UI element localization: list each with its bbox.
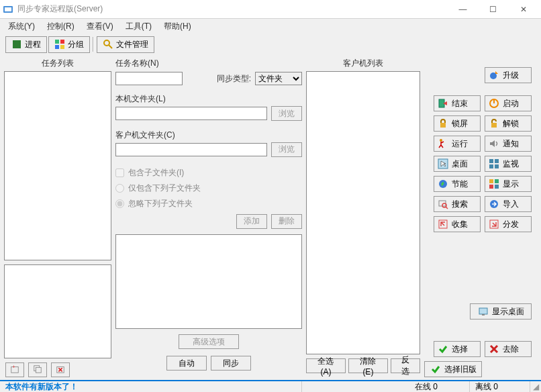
resize-grip[interactable]: ◢ [530, 382, 541, 391]
show-desktop-button[interactable]: 显示桌面 [470, 303, 532, 320]
browse-local-button[interactable]: 浏览 [271, 106, 302, 121]
grid-icon [489, 158, 499, 169]
group-button[interactable]: 分组 [48, 36, 90, 53]
svg-rect-31 [489, 185, 493, 189]
svg-rect-6 [60, 45, 64, 49]
svg-line-35 [446, 207, 448, 209]
check-icon [438, 344, 448, 354]
svg-rect-2 [13, 40, 21, 48]
subfolder-list[interactable] [115, 234, 302, 329]
task-sub-list[interactable] [4, 264, 111, 358]
desktop-button[interactable]: 桌面 [434, 156, 481, 172]
auto-button[interactable]: 自动 [166, 356, 207, 371]
file-manager-button[interactable]: 文件管理 [97, 36, 154, 53]
maximize-button[interactable]: ☐ [478, 0, 508, 19]
distribute-button[interactable]: 分发 [485, 216, 532, 232]
leaf-icon [438, 179, 448, 189]
distribute-icon [489, 219, 499, 230]
search-icon [438, 199, 448, 209]
client-list-label: 客户机列表 [306, 58, 420, 69]
import-button[interactable]: 导入 [485, 196, 532, 212]
svg-rect-30 [495, 179, 499, 183]
copy-icon [33, 364, 42, 376]
collect-button[interactable]: 收集 [434, 216, 481, 232]
remove-button[interactable]: 删除 [271, 214, 302, 229]
include-subfolder-checkbox[interactable]: 包含子文件夹(I) [115, 167, 302, 179]
window-title: 同步专家远程版(Server) [17, 3, 448, 15]
task-list-label: 任务列表 [4, 58, 111, 69]
process-icon [11, 39, 22, 50]
sync-type-select[interactable]: 文件夹 [255, 72, 302, 85]
close-button[interactable]: ✕ [508, 0, 538, 19]
status-offline: 离线 0 [470, 381, 530, 393]
svg-rect-5 [55, 45, 59, 49]
select-button[interactable]: 选择 [434, 341, 481, 357]
app-icon [3, 4, 13, 15]
svg-rect-3 [55, 40, 59, 44]
client-folder-input[interactable] [115, 143, 267, 156]
power-icon [489, 98, 499, 109]
upgrade-button[interactable]: 升级 [485, 67, 532, 83]
menu-view[interactable]: 查看(V) [81, 19, 119, 34]
add-button[interactable]: 添加 [236, 214, 267, 229]
import-icon [489, 199, 499, 209]
task-name-label: 任务名称(N) [115, 58, 159, 69]
lock-icon [438, 118, 448, 129]
x-icon [489, 344, 499, 354]
svg-rect-1 [5, 7, 11, 11]
browse-client-button[interactable]: 浏览 [271, 142, 302, 157]
svg-rect-21 [491, 123, 497, 128]
invert-button[interactable]: 反选 [391, 358, 420, 373]
local-folder-input[interactable] [115, 107, 267, 120]
menu-tools[interactable]: 工具(T) [120, 19, 157, 34]
end-button[interactable]: 结束 [434, 95, 481, 111]
only-include-radio[interactable]: 仅包含下列子文件夹 [115, 183, 302, 194]
advanced-button[interactable]: 高级选项 [179, 334, 239, 349]
svg-rect-24 [489, 159, 493, 163]
separator [93, 37, 94, 52]
remove-button[interactable]: 去除 [485, 341, 532, 357]
svg-rect-20 [440, 123, 446, 128]
svg-rect-12 [36, 367, 41, 373]
start-button[interactable]: 启动 [485, 95, 532, 111]
globe-icon [489, 70, 499, 81]
add-task-button[interactable]: + [5, 362, 24, 377]
menu-bar: 系统(Y) 控制(R) 查看(V) 工具(T) 帮助(H) [0, 19, 541, 34]
client-list[interactable] [306, 71, 420, 354]
svg-line-8 [109, 45, 112, 48]
display-button[interactable]: 显示 [485, 176, 532, 192]
task-list[interactable] [4, 71, 111, 260]
sync-button[interactable]: 同步 [211, 356, 251, 371]
menu-help[interactable]: 帮助(H) [158, 19, 197, 34]
power-save-button[interactable]: 节能 [434, 176, 481, 192]
svg-rect-25 [495, 159, 499, 163]
minimize-button[interactable]: — [448, 0, 478, 19]
svg-text:+: + [13, 364, 15, 369]
svg-point-7 [104, 40, 109, 46]
collect-icon [438, 219, 448, 230]
status-update[interactable]: 本软件有新版本了！ [0, 381, 302, 393]
select-old-button[interactable]: 选择旧版 [424, 361, 482, 377]
delete-task-button[interactable] [51, 362, 70, 377]
unlock-button[interactable]: 解锁 [485, 115, 532, 132]
menu-system[interactable]: 系统(Y) [3, 19, 40, 34]
select-all-button[interactable]: 全选(A) [306, 358, 346, 373]
lock-button[interactable]: 锁屏 [434, 115, 481, 132]
run-button[interactable]: 运行 [434, 136, 481, 152]
group-icon [54, 39, 65, 50]
menu-control[interactable]: 控制(R) [42, 19, 80, 34]
notify-button[interactable]: 通知 [485, 136, 532, 152]
process-button[interactable]: 进程 [5, 36, 47, 53]
screen-icon [478, 306, 489, 317]
search-button[interactable]: 搜索 [434, 196, 481, 212]
svg-rect-4 [60, 40, 64, 44]
client-folder-label: 客户机文件夹(C) [115, 130, 302, 141]
exit-icon [438, 98, 448, 109]
task-name-input[interactable] [115, 72, 183, 85]
svg-rect-32 [495, 185, 499, 189]
monitor-button[interactable]: 监视 [485, 156, 532, 172]
clear-button[interactable]: 清除(E) [348, 358, 388, 373]
copy-task-button[interactable] [28, 362, 47, 377]
ignore-radio[interactable]: 忽略下列子文件夹 [115, 198, 302, 209]
magnifier-icon [103, 39, 113, 50]
